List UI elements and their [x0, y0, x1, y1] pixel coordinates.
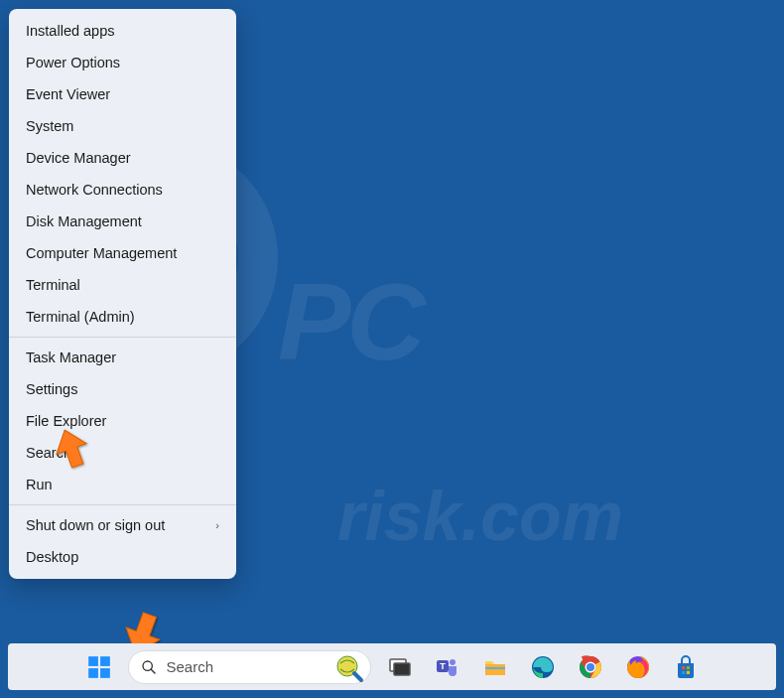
folder-icon [482, 654, 508, 680]
svg-line-7 [354, 673, 361, 680]
svg-rect-22 [682, 670, 685, 673]
svg-rect-9 [394, 663, 410, 675]
menu-item-label: Power Options [26, 55, 120, 70]
svg-rect-14 [485, 667, 505, 669]
menu-item-label: Task Manager [26, 349, 116, 365]
menu-item-label: Run [26, 477, 53, 492]
menu-item-system[interactable]: System [9, 110, 236, 142]
menu-item-installed-apps[interactable]: Installed apps [9, 15, 236, 47]
menu-item-label: Event Viewer [26, 86, 110, 102]
menu-item-terminal[interactable]: Terminal [9, 269, 236, 301]
menu-item-network-connections[interactable]: Network Connections [9, 174, 236, 206]
svg-text:T: T [440, 661, 446, 671]
chrome-icon [578, 654, 603, 680]
menu-item-file-explorer[interactable]: File Explorer [9, 405, 236, 437]
menu-item-terminal-admin[interactable]: Terminal (Admin) [9, 301, 236, 333]
winx-context-menu: Installed appsPower OptionsEvent ViewerS… [9, 9, 236, 579]
svg-point-18 [587, 663, 594, 671]
search-placeholder: Search [167, 658, 214, 675]
menu-item-label: Disk Management [26, 213, 142, 229]
menu-item-label: Device Manager [26, 150, 131, 166]
taskbar: Search T [8, 643, 776, 690]
taskbar-search[interactable]: Search [128, 650, 371, 684]
svg-rect-1 [100, 656, 110, 666]
svg-rect-21 [686, 666, 689, 669]
svg-rect-13 [485, 664, 505, 675]
menu-item-computer-management[interactable]: Computer Management [9, 237, 236, 269]
menu-item-disk-management[interactable]: Disk Management [9, 206, 236, 237]
chevron-right-icon: › [215, 519, 219, 531]
task-view-icon [387, 654, 413, 680]
search-highlight-icon [334, 653, 364, 683]
store-icon [673, 654, 699, 680]
menu-item-desktop[interactable]: Desktop [9, 541, 236, 573]
menu-item-run[interactable]: Run [9, 469, 236, 500]
menu-item-label: Desktop [26, 549, 78, 565]
svg-rect-2 [88, 668, 98, 678]
menu-item-settings[interactable]: Settings [9, 373, 236, 405]
svg-rect-23 [686, 670, 689, 673]
menu-item-label: Network Connections [26, 182, 163, 198]
menu-item-device-manager[interactable]: Device Manager [9, 142, 236, 174]
search-icon [141, 659, 157, 675]
svg-rect-20 [682, 666, 685, 669]
menu-item-label: Search [26, 445, 71, 461]
taskbar-icon-task-view[interactable] [381, 648, 419, 686]
start-button[interactable] [80, 648, 118, 686]
menu-item-label: Terminal (Admin) [26, 309, 135, 325]
taskbar-icon-store[interactable] [667, 648, 705, 686]
menu-item-label: Settings [26, 381, 77, 397]
firefox-icon [625, 654, 651, 680]
svg-line-5 [151, 669, 155, 673]
menu-item-task-manager[interactable]: Task Manager [9, 342, 236, 373]
menu-separator [9, 504, 236, 505]
svg-rect-3 [100, 668, 110, 678]
taskbar-icon-firefox[interactable] [619, 648, 657, 686]
edge-icon [530, 654, 556, 680]
taskbar-icon-chrome[interactable] [572, 648, 609, 686]
svg-rect-0 [88, 656, 98, 666]
teams-icon: T [435, 654, 460, 680]
menu-separator [9, 337, 236, 338]
taskbar-icon-teams[interactable]: T [429, 648, 466, 686]
menu-item-label: System [26, 118, 73, 134]
menu-item-label: File Explorer [26, 413, 106, 429]
menu-item-shut-down-or-sign-out[interactable]: Shut down or sign out› [9, 509, 236, 541]
menu-item-label: Shut down or sign out [26, 517, 165, 533]
menu-item-event-viewer[interactable]: Event Viewer [9, 78, 236, 110]
svg-point-12 [450, 659, 456, 665]
menu-item-search[interactable]: Search [9, 437, 236, 469]
windows-logo-icon [86, 654, 112, 680]
taskbar-icon-file-explorer[interactable] [476, 648, 514, 686]
menu-item-label: Terminal [26, 277, 80, 293]
taskbar-icon-edge[interactable] [524, 648, 562, 686]
menu-item-label: Installed apps [26, 23, 114, 39]
menu-item-label: Computer Management [26, 245, 177, 261]
menu-item-power-options[interactable]: Power Options [9, 47, 236, 78]
